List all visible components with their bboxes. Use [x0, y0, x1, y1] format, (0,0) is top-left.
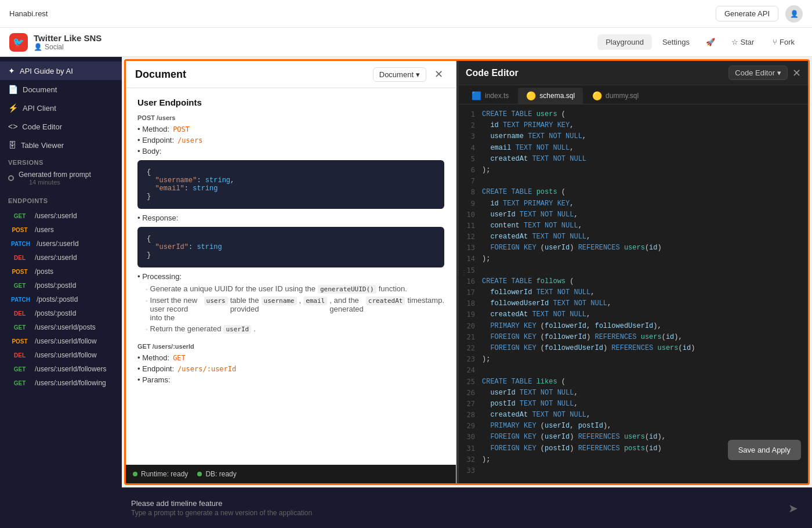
sql-icon-2: 🟡	[592, 91, 602, 100]
endpoint-path: /posts/:postId	[35, 281, 76, 290]
code-dropdown[interactable]: Code Editor ▾	[728, 66, 788, 80]
send-button[interactable]: ➤	[784, 497, 803, 520]
tab-index-ts[interactable]: 🟦 index.ts	[463, 88, 517, 104]
db-label: DB: ready	[205, 470, 236, 478]
endpoint-post-posts[interactable]: POST /posts	[0, 265, 122, 279]
endpoint-path: /users	[35, 226, 54, 234]
endpoint-get-followers[interactable]: GET /users/:userId/followers	[0, 362, 122, 376]
save-apply-button[interactable]: Save and Apply	[728, 440, 801, 460]
runtime-label: Runtime: ready	[141, 470, 188, 478]
panel-dropdown[interactable]: Document ▾	[373, 67, 426, 82]
endpoint-path: /users/:userId/followers	[35, 365, 106, 373]
ts-icon: 🟦	[472, 91, 481, 100]
method-label: • Method:	[137, 125, 169, 133]
panel-title: Document	[135, 68, 186, 81]
tab-label: schema.sql	[539, 92, 575, 100]
endpoint-del-follow[interactable]: DEL /users/:userId/follow	[0, 348, 122, 362]
main-layout: ✦ API Guide by AI 📄 Document ⚡ API Clien…	[0, 57, 812, 528]
main-content: Document Document ▾ ✕ User Endpoints POS…	[122, 57, 812, 528]
table-viewer-icon: 🗄	[8, 140, 16, 150]
post-users-label: POST /users	[137, 114, 444, 121]
method-badge: POST	[8, 338, 31, 345]
api-guide-icon: ✦	[8, 66, 15, 75]
sidebar-item-api-client[interactable]: ⚡ API Client	[0, 99, 122, 117]
avatar[interactable]: 👤	[785, 5, 803, 23]
playground-tab[interactable]: Playground	[597, 34, 652, 50]
version-item[interactable]: Generated from prompt 14 minutes	[8, 171, 114, 186]
get-method-label: • Method:	[137, 353, 169, 362]
status-bar: Runtime: ready DB: ready	[126, 465, 456, 483]
sidebar-item-code-editor[interactable]: <> Code Editor	[0, 117, 122, 136]
endpoint-value: /users	[177, 136, 202, 144]
endpoint-get-users-posts[interactable]: GET /users/:userId/posts	[0, 320, 122, 334]
code-tabs: 🟦 index.ts 🟡 schema.sql 🟡 dummy.sql	[459, 85, 808, 104]
prompt-input[interactable]	[458, 504, 777, 512]
method-badge: GET	[8, 379, 31, 387]
get-method-field: • Method: GET	[137, 353, 444, 362]
method-badge: PATCH	[8, 296, 33, 303]
processing-item-3: Return the generated userId.	[146, 323, 444, 335]
doc-processing-label: • Processing:	[137, 272, 444, 281]
panel-header: Document Document ▾ ✕	[126, 61, 456, 88]
endpoint-patch-users-userid[interactable]: PATCH /users/:userId	[0, 237, 122, 251]
method-badge: GET	[8, 324, 31, 331]
tab-dummy-sql[interactable]: 🟡 dummy.sql	[584, 88, 647, 104]
tab-schema-sql[interactable]: 🟡 schema.sql	[518, 88, 583, 104]
method-badge: DEL	[8, 310, 31, 317]
version-circle	[8, 175, 14, 181]
api-client-icon: ⚡	[8, 103, 18, 113]
generate-api-button[interactable]: Generate API	[716, 6, 778, 21]
rocket-icon-btn[interactable]: 🚀	[700, 34, 721, 50]
endpoint-get-following[interactable]: GET /users/:userId/following	[0, 376, 122, 390]
endpoint-label: • Endpoint:	[137, 136, 174, 144]
method-badge: GET	[8, 282, 31, 290]
endpoint-post-users[interactable]: POST /users	[0, 223, 122, 237]
app-icon: 🐦	[9, 33, 28, 52]
endpoint-del-users-userid[interactable]: DEL /users/:userId	[0, 251, 122, 265]
version-name: Generated from prompt	[19, 171, 91, 179]
doc-section-title: User Endpoints	[137, 97, 444, 107]
sidebar-item-api-guide[interactable]: ✦ API Guide by AI	[0, 62, 122, 80]
chevron-down-icon: ▾	[777, 68, 781, 77]
settings-tab[interactable]: Settings	[654, 34, 698, 50]
close-code-button[interactable]: ✕	[792, 67, 801, 79]
resize-handle[interactable]	[456, 61, 459, 483]
sidebar-item-table-viewer[interactable]: 🗄 Table Viewer	[0, 136, 122, 154]
top-nav: Hanabi.rest Generate API 👤	[0, 0, 812, 28]
endpoint-patch-posts-postid[interactable]: PATCH /posts/:postId	[0, 292, 122, 306]
get-params-label: • Params:	[137, 375, 171, 384]
app-info: Twitter Like SNS 👤 Social	[34, 33, 102, 51]
close-document-button[interactable]: ✕	[431, 67, 447, 82]
code-panel-title: Code Editor	[466, 68, 519, 78]
processing-list: Generate a unique UUID for the user ID u…	[137, 283, 444, 335]
sidebar-item-document[interactable]: 📄 Document	[0, 80, 122, 99]
endpoint-path: /users/:userId	[37, 240, 79, 248]
sidebar-item-label: Code Editor	[22, 122, 62, 131]
endpoint-get-users-userid[interactable]: GET /users/:userId	[0, 209, 122, 223]
code-block-body: { "username": string, "email": string }	[137, 160, 444, 209]
endpoint-post-follow[interactable]: POST /users/:userId/follow	[0, 334, 122, 348]
code-panel-right: Code Editor ▾ ✕	[728, 66, 801, 80]
db-status: DB: ready	[197, 470, 236, 478]
brand-logo: Hanabi.rest	[9, 9, 48, 18]
sub-nav-right: Playground Settings 🚀 ☆ Star ⑂ Fork	[597, 34, 803, 50]
sub-nav-left: 🐦 Twitter Like SNS 👤 Social	[9, 33, 102, 52]
code-lines: CREATE TABLE users ( id TEXT PRIMARY KEY…	[482, 109, 808, 479]
tab-label: index.ts	[485, 92, 509, 100]
endpoint-del-posts-postid[interactable]: DEL /posts/:postId	[0, 306, 122, 320]
code-punct: {	[147, 168, 151, 176]
star-button[interactable]: ☆ Star	[723, 34, 762, 50]
code-editor-body: 1234567891011121314151617181920212223242…	[459, 104, 808, 483]
processing-label: • Processing:	[137, 272, 182, 281]
document-icon: 📄	[8, 85, 18, 94]
processing-item-2: Insert the new user record into the user…	[146, 295, 444, 323]
code-dropdown-label: Code Editor	[735, 68, 775, 77]
tab-label: dummy.sql	[606, 92, 639, 100]
versions-label: Versions	[8, 159, 114, 166]
fork-button[interactable]: ⑂ Fork	[764, 34, 803, 50]
code-punct: }	[147, 193, 151, 201]
endpoint-get-posts-postid[interactable]: GET /posts/:postId	[0, 279, 122, 292]
sidebar-item-label: API Guide by AI	[20, 67, 73, 75]
endpoints-section: Endpoints GET /users/:userId POST /users…	[0, 190, 122, 523]
get-users-label: GET /users/:userId	[137, 343, 444, 350]
